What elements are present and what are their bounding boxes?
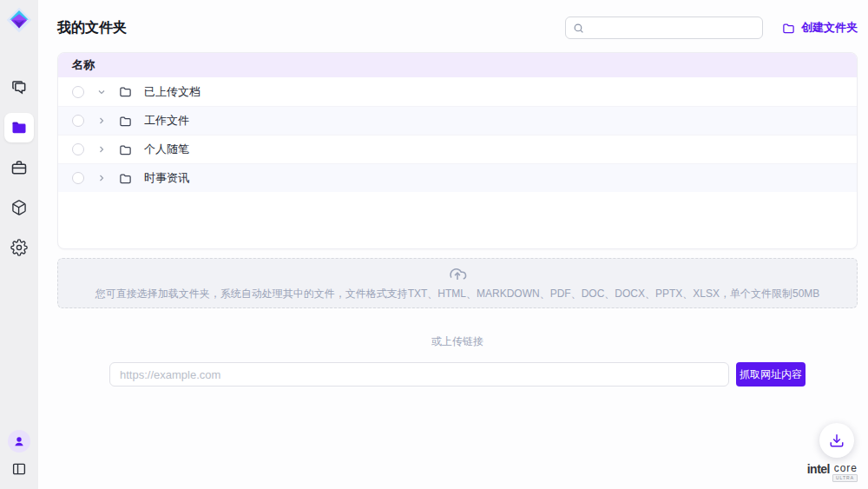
intel-core-logo: intel core ULTRA [807,463,858,482]
column-header-name: 名称 [72,57,95,73]
folder-plus-icon [782,22,795,35]
topbar: 我的文件夹 创建文件夹 [57,16,858,40]
row-checkbox[interactable] [72,172,84,184]
fetch-url-button[interactable]: 抓取网址内容 [736,362,806,387]
search-input[interactable] [589,22,755,34]
upload-hint-text: 您可直接选择加载文件夹，系统自动处理其中的文件，文件格式支持TXT、HTML、M… [95,287,820,301]
chevron-right-icon[interactable] [96,116,107,126]
sidebar-item-toolbox[interactable] [4,153,34,182]
ultra-badge: ULTRA [832,474,858,482]
sidebar-item-models[interactable] [4,193,34,222]
page-title: 我的文件夹 [57,19,127,37]
app-window: 我的文件夹 创建文件夹 名称 [0,0,868,489]
upload-dropzone[interactable]: 您可直接选择加载文件夹，系统自动处理其中的文件，文件格式支持TXT、HTML、M… [57,258,858,308]
table-header-row: 名称 [58,53,857,77]
row-checkbox[interactable] [72,143,84,155]
download-icon [829,433,845,448]
or-upload-link-label: 或上传链接 [57,334,858,349]
sidebar-item-settings[interactable] [4,233,34,262]
create-folder-label: 创建文件夹 [801,20,858,36]
folder-icon [119,85,132,98]
core-wordmark: core [834,463,858,473]
table-row[interactable]: 工作文件 [58,106,857,135]
folder-name: 已上传文档 [144,84,201,100]
briefcase-icon [10,159,28,176]
folder-icon [119,143,132,156]
sidebar-item-folders[interactable] [4,113,34,142]
cloud-upload-icon [448,265,467,284]
folder-name: 个人随笔 [144,142,189,157]
folder-name: 时事资讯 [144,170,189,186]
folder-name: 工作文件 [144,113,189,129]
table-row[interactable]: 个人随笔 [58,135,857,163]
folder-icon [119,115,132,128]
url-input[interactable] [109,362,729,387]
chevron-right-icon[interactable] [96,144,107,155]
user-icon [12,434,26,448]
search-box[interactable] [565,17,763,39]
row-checkbox[interactable] [72,86,84,98]
create-folder-button[interactable]: 创建文件夹 [782,20,858,36]
chevron-right-icon[interactable] [96,173,107,183]
search-icon [573,23,584,34]
chat-bubbles-icon [10,79,28,96]
intel-wordmark: intel [807,463,830,475]
url-fetch-row: 抓取网址内容 [109,362,806,387]
chevron-down-icon[interactable] [96,87,107,97]
gear-icon [10,239,28,256]
folder-table: 名称 已上传文档 工作文件 [57,52,858,249]
table-row[interactable]: 已上传文档 [58,77,857,106]
folder-icon [119,172,132,185]
main-content: 我的文件夹 创建文件夹 名称 [38,0,868,489]
sidebar-item-chat[interactable] [4,73,34,102]
row-checkbox[interactable] [72,115,84,127]
cube-box-icon [10,199,28,216]
panel-toggle-icon[interactable] [11,461,27,477]
table-row[interactable]: 时事资讯 [58,163,857,192]
app-logo-icon[interactable] [6,7,32,33]
sidebar [0,0,38,489]
folder-filled-icon [10,119,28,136]
user-avatar[interactable] [8,430,30,453]
download-fab-button[interactable] [819,423,854,458]
